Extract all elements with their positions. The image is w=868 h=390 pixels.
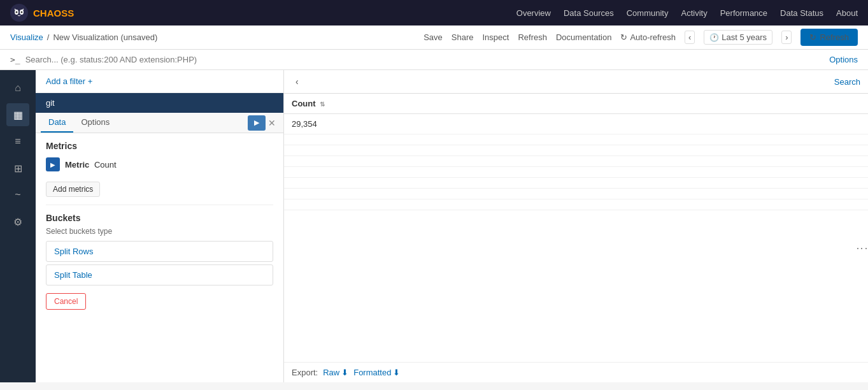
buckets-title: Buckets <box>46 213 273 223</box>
sub-nav-actions: Save Share Inspect Refresh Documentation… <box>423 29 858 46</box>
time-range-selector[interactable]: 🕐 Last 5 years <box>704 30 772 45</box>
export-label: Export: <box>292 368 318 377</box>
more-options-button[interactable]: ⋮ <box>544 243 868 254</box>
metric-expand-icon[interactable]: ▶ <box>46 157 60 171</box>
nav-activity[interactable]: Activity <box>681 8 707 18</box>
panel-title: git <box>46 98 55 108</box>
nav-performance[interactable]: Performance <box>720 8 767 18</box>
dashboard-icon: ▦ <box>13 109 23 121</box>
inspect-action[interactable]: Inspect <box>483 32 509 42</box>
sidebar-item-dashboard[interactable]: ▦ <box>6 103 29 126</box>
tab-options[interactable]: Options <box>73 113 117 133</box>
time-range-label: Last 5 years <box>722 32 767 42</box>
settings-icon: ⚙ <box>13 216 22 228</box>
cancel-button[interactable]: Cancel <box>46 293 86 310</box>
close-icon: ✕ <box>268 118 276 128</box>
metric-label: Metric Count <box>65 160 117 170</box>
time-range-next[interactable]: › <box>781 31 792 44</box>
search-link[interactable]: Search <box>834 77 860 87</box>
brand-name: CHAOSS <box>33 8 74 18</box>
refresh-btn-icon: ↻ <box>809 32 816 42</box>
nav-community[interactable]: Community <box>627 8 669 18</box>
play-icon: ▶ <box>50 161 55 168</box>
cell-empty <box>284 156 868 167</box>
split-table-button[interactable]: Split Table <box>46 264 273 285</box>
panel-header: git <box>36 93 283 113</box>
sidebar-item-settings[interactable]: ⚙ <box>6 210 29 233</box>
col-count-label: Count <box>292 99 316 108</box>
main-layout: ⌂ ▦ ≡ ⊞ ~ ⚙ Add a filter + git Data Op <box>0 70 868 382</box>
metric-value: Count <box>94 160 117 170</box>
panel-collapse-button[interactable]: ‹ <box>292 75 302 88</box>
cell-empty <box>284 199 868 210</box>
refresh-btn-label: Refresh <box>820 32 849 42</box>
home-icon: ⌂ <box>15 82 21 94</box>
col-count: Count ⇅ <box>284 94 868 114</box>
add-filter-button[interactable]: Add a filter + <box>46 76 92 86</box>
breadcrumb: Visualize / New Visualization (unsaved) <box>10 32 157 42</box>
buckets-section: Buckets Select buckets type Split Rows S… <box>46 213 273 310</box>
sidebar-item-graph[interactable]: ~ <box>6 184 29 206</box>
add-metrics-button[interactable]: Add metrics <box>46 182 100 197</box>
export-raw-link[interactable]: Raw ⬇ <box>323 368 348 377</box>
cell-empty <box>284 189 868 199</box>
top-nav: CHAOSS Overview Data Sources Community A… <box>0 0 868 25</box>
panel-content: Metrics ▶ Metric Count Add metrics Bucke… <box>36 133 283 382</box>
time-range-prev[interactable]: ‹ <box>685 31 695 44</box>
sidebar-item-chart[interactable]: ≡ <box>6 130 29 153</box>
tab-data[interactable]: Data <box>41 113 73 133</box>
export-bar: Export: Raw ⬇ Formatted ⬇ <box>284 362 868 382</box>
export-formatted-label: Formatted <box>353 368 391 377</box>
cell-empty <box>284 145 868 156</box>
table-row <box>284 156 868 167</box>
shield-icon: ⊞ <box>14 162 22 175</box>
cell-empty <box>284 167 868 178</box>
refresh-button[interactable]: ↻ Refresh <box>800 29 858 46</box>
nav-overview[interactable]: Overview <box>516 8 551 18</box>
close-button[interactable]: ✕ <box>266 118 278 128</box>
export-formatted-link[interactable]: Formatted ⬇ <box>353 368 400 377</box>
refresh-action[interactable]: Refresh <box>518 32 547 42</box>
cell-empty <box>284 178 868 189</box>
chevron-left-icon: ‹ <box>295 76 299 87</box>
download-icon: ⬇ <box>341 368 348 377</box>
documentation-action[interactable]: Documentation <box>556 32 611 42</box>
data-table: Count ⇅ 29,354 <box>284 94 868 362</box>
metric-type: Metric <box>65 160 89 170</box>
breadcrumb-visualize[interactable]: Visualize <box>10 32 43 42</box>
search-prompt: >_ <box>10 55 20 64</box>
sort-icon[interactable]: ⇅ <box>320 101 325 108</box>
panel-tabs: Data Options ▶ ✕ <box>36 113 283 133</box>
add-filter-bar: Add a filter + <box>36 70 283 93</box>
sub-nav: Visualize / New Visualization (unsaved) … <box>0 25 868 50</box>
table-row <box>284 189 868 199</box>
right-panel-header: ‹ Search <box>284 70 868 94</box>
results-table: Count ⇅ 29,354 <box>284 94 868 210</box>
save-action[interactable]: Save <box>423 32 443 42</box>
sidebar-item-home[interactable]: ⌂ <box>6 76 29 99</box>
metric-item: ▶ Metric Count <box>46 157 273 171</box>
split-rows-button[interactable]: Split Rows <box>46 241 273 262</box>
auto-refresh-toggle[interactable]: ↻ Auto-refresh <box>620 32 676 42</box>
left-panel: Add a filter + git Data Options ▶ ✕ Metr… <box>36 70 284 382</box>
nav-links: Overview Data Sources Community Activity… <box>516 8 858 18</box>
table-row <box>284 145 868 156</box>
sidebar-item-shield[interactable]: ⊞ <box>6 157 29 180</box>
right-panel: ‹ Search Count ⇅ 29,354 <box>284 70 868 382</box>
share-action[interactable]: Share <box>452 32 474 42</box>
auto-refresh-label: Auto-refresh <box>630 32 676 42</box>
run-button[interactable]: ▶ <box>248 115 266 131</box>
sidebar: ⌂ ▦ ≡ ⊞ ~ ⚙ <box>0 70 36 382</box>
svg-point-0 <box>10 4 28 22</box>
nav-about[interactable]: About <box>836 8 858 18</box>
nav-data-status[interactable]: Data Status <box>780 8 823 18</box>
nav-data-sources[interactable]: Data Sources <box>564 8 614 18</box>
download-icon: ⬇ <box>393 368 400 377</box>
table-row: 29,354 <box>284 114 868 134</box>
cell-count: 29,354 <box>284 114 868 134</box>
refresh-icon: ↻ <box>620 32 627 42</box>
select-buckets-label: Select buckets type <box>46 227 273 236</box>
search-input[interactable] <box>25 55 825 64</box>
breadcrumb-separator: / <box>47 32 50 42</box>
options-link[interactable]: Options <box>829 55 858 64</box>
